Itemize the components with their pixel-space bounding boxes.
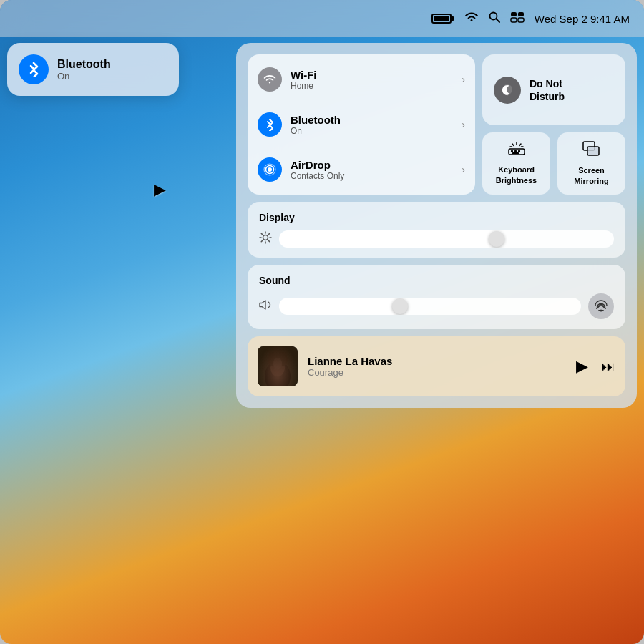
- track-info: Lianne La Havas Courage: [308, 355, 566, 378]
- airdrop-chevron: ›: [462, 164, 465, 175]
- bluetooth-bubble-subtitle: On: [57, 71, 167, 82]
- svg-point-32: [265, 361, 291, 386]
- bluetooth-info: Bluetooth On: [291, 114, 341, 136]
- svg-rect-31: [258, 346, 298, 386]
- network-divider-1: [255, 102, 468, 102]
- airdrop-row[interactable]: AirDrop Contacts Only ›: [258, 155, 465, 185]
- airdrop-name: AirDrop: [291, 159, 344, 171]
- svg-point-33: [270, 359, 285, 376]
- svg-point-34: [268, 352, 279, 366]
- right-tiles: Do NotDisturb: [482, 54, 625, 195]
- keyboard-brightness-tile[interactable]: Keyboard Brightness: [482, 132, 550, 195]
- wifi-name: Wi-Fi: [291, 69, 317, 81]
- bluetooth-row[interactable]: Bluetooth On ›: [258, 109, 465, 140]
- svg-rect-10: [511, 150, 513, 152]
- svg-point-21: [263, 235, 268, 240]
- menubar: Wed Sep 2 9:41 AM: [0, 0, 644, 37]
- airdrop-icon: [258, 157, 282, 182]
- sound-slider[interactable]: [279, 298, 581, 315]
- bluetooth-bubble[interactable]: Bluetooth On: [7, 43, 179, 96]
- small-tiles: Keyboard Brightness Screen Mirroring: [482, 132, 625, 195]
- bluetooth-bubble-title: Bluetooth: [57, 58, 167, 71]
- play-button[interactable]: ▶: [576, 357, 588, 376]
- control-center: Wi-Fi Home ›: [236, 43, 637, 408]
- svg-line-15: [512, 144, 514, 146]
- display-slider-row: [259, 230, 614, 248]
- wifi-menubar-icon[interactable]: [464, 11, 479, 26]
- skip-button[interactable]: ⏭: [601, 358, 615, 375]
- battery-fill: [434, 16, 449, 21]
- battery-icon: [431, 14, 454, 24]
- album-art: [258, 346, 298, 386]
- battery-body: [431, 14, 452, 24]
- airdrop-sub: Contacts Only: [291, 171, 344, 181]
- now-playing: Lianne La Havas Courage ▶ ⏭: [248, 336, 625, 396]
- screen-mirroring-label: Screen Mirroring: [566, 165, 617, 186]
- svg-point-6: [268, 167, 272, 172]
- svg-point-35: [276, 352, 288, 366]
- battery-tip: [452, 16, 454, 21]
- wifi-sub: Home: [291, 81, 317, 91]
- svg-rect-12: [518, 150, 520, 152]
- playback-controls: ▶ ⏭: [576, 357, 615, 376]
- sound-section: Sound: [248, 265, 625, 329]
- keyboard-brightness-icon: [507, 142, 526, 160]
- display-slider[interactable]: [279, 230, 614, 248]
- cc-top-row: Wi-Fi Home ›: [248, 54, 625, 195]
- keyboard-brightness-label: Keyboard Brightness: [491, 165, 542, 185]
- svg-point-36: [273, 358, 282, 369]
- wifi-row[interactable]: Wi-Fi Home ›: [258, 64, 465, 94]
- airdrop-info: AirDrop Contacts Only: [291, 159, 344, 181]
- airplay-button[interactable]: [588, 293, 614, 319]
- brightness-icon: [259, 231, 272, 247]
- bluetooth-bubble-icon: [19, 54, 49, 84]
- display-section: Display: [248, 202, 625, 258]
- svg-rect-4: [511, 18, 517, 22]
- svg-rect-11: [514, 150, 517, 152]
- wifi-chevron: ›: [462, 74, 465, 85]
- dnd-tile[interactable]: Do NotDisturb: [482, 54, 625, 125]
- sound-title: Sound: [259, 275, 614, 286]
- bluetooth-chevron: ›: [462, 119, 465, 130]
- bluetooth-sub: On: [291, 126, 341, 136]
- dnd-label: Do NotDisturb: [530, 77, 565, 103]
- track-name: Lianne La Havas: [308, 355, 566, 367]
- control-center-menubar-icon[interactable]: [510, 11, 525, 26]
- svg-rect-2: [511, 12, 517, 16]
- screen-mirroring-icon: [582, 141, 601, 161]
- svg-rect-13: [512, 152, 519, 154]
- bluetooth-name: Bluetooth: [291, 114, 341, 126]
- volume-icon: [259, 300, 272, 313]
- wifi-info: Wi-Fi Home: [291, 69, 317, 91]
- sound-slider-row: [259, 293, 614, 319]
- track-artist: Courage: [308, 367, 566, 378]
- svg-rect-20: [587, 147, 599, 155]
- search-menubar-icon[interactable]: [489, 11, 500, 26]
- menubar-right: Wed Sep 2 9:41 AM: [431, 11, 630, 26]
- wifi-icon: [258, 67, 282, 92]
- dnd-icon: [494, 77, 521, 104]
- screen-mirroring-tile[interactable]: Screen Mirroring: [557, 132, 625, 195]
- svg-point-30: [600, 310, 602, 312]
- menubar-datetime: Wed Sep 2 9:41 AM: [535, 13, 630, 25]
- bluetooth-icon: [258, 112, 282, 137]
- network-tile[interactable]: Wi-Fi Home ›: [248, 54, 475, 195]
- display-title: Display: [259, 212, 614, 223]
- network-divider-2: [255, 147, 468, 147]
- svg-line-28: [268, 233, 269, 234]
- svg-line-16: [519, 144, 521, 146]
- cursor: ▶: [154, 180, 166, 199]
- svg-line-29: [261, 240, 262, 241]
- svg-rect-3: [518, 12, 524, 16]
- svg-rect-5: [518, 18, 524, 22]
- svg-line-27: [268, 240, 269, 241]
- svg-line-26: [261, 233, 262, 234]
- mac-screen: Wed Sep 2 9:41 AM Bluetooth On ▶: [0, 0, 644, 644]
- bluetooth-bubble-info: Bluetooth On: [57, 58, 167, 82]
- svg-line-1: [496, 19, 499, 23]
